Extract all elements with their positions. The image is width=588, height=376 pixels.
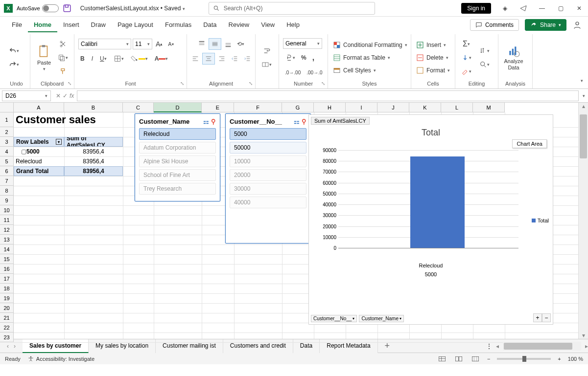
row-header-23[interactable]: 23	[0, 332, 14, 342]
cell[interactable]: 83956,4	[64, 156, 123, 166]
save-icon[interactable]	[63, 4, 71, 13]
wrap-text-button[interactable]	[261, 45, 273, 57]
column-header-M[interactable]: M	[473, 103, 505, 112]
cell[interactable]: Sum of AmtSalesLCY	[64, 137, 123, 147]
underline-button[interactable]: U▾	[98, 53, 109, 65]
slicer-item[interactable]: 50000	[230, 142, 306, 154]
cell[interactable]: Row Labels▾	[14, 137, 64, 147]
column-header-F[interactable]: F	[234, 103, 282, 112]
format-as-table-button[interactable]: Format as Table▾	[332, 53, 391, 63]
chart-plot-area[interactable]: 0100002000030000400005000060000700008000…	[338, 150, 518, 248]
sheet-tab[interactable]: My sales by location	[89, 339, 156, 353]
sheet-nav-next-button[interactable]: ›	[14, 343, 16, 350]
maximize-button[interactable]: ▢	[556, 3, 565, 13]
row-header-1[interactable]: 1	[0, 112, 14, 127]
menu-tab-formulas[interactable]: Formulas	[159, 18, 197, 32]
zoom-in-button[interactable]: +	[558, 356, 561, 362]
chart-bar[interactable]	[410, 156, 464, 248]
slicer-item[interactable]: Trey Research	[139, 183, 216, 195]
menu-tab-file[interactable]: File	[6, 18, 28, 32]
page-layout-view-button[interactable]	[454, 354, 464, 363]
row-header-7[interactable]: 7	[0, 176, 14, 186]
hscroll-right-icon[interactable]: ▸	[585, 343, 588, 350]
cell[interactable]: Customer sales	[14, 112, 123, 127]
zoom-out-button[interactable]: −	[487, 356, 490, 362]
sign-in-button[interactable]: Sign in	[461, 3, 491, 14]
scrollbar-thumb[interactable]	[580, 114, 587, 158]
column-header-I[interactable]: I	[346, 103, 377, 112]
chart-collapse-button[interactable]: −	[542, 313, 551, 322]
sheet-tabs-menu-button[interactable]: ⋮	[482, 343, 496, 350]
chart-legend[interactable]: Total	[532, 218, 549, 223]
zoom-level[interactable]: 100 %	[568, 356, 583, 362]
row-header-22[interactable]: 22	[0, 323, 14, 332]
font-launcher[interactable]: ⤡	[179, 80, 186, 87]
minimize-button[interactable]: —	[537, 3, 547, 13]
chart-expand-button[interactable]: +	[533, 313, 542, 322]
row-header-17[interactable]: 17	[0, 274, 14, 284]
insert-cells-button[interactable]: Insert▾	[415, 40, 447, 50]
toggle-icon[interactable]	[42, 4, 59, 12]
column-header-A[interactable]: A	[14, 103, 64, 112]
fill-button[interactable]: ▾	[459, 52, 473, 64]
chart-title[interactable]: Total	[309, 128, 553, 138]
bold-button[interactable]: B	[78, 53, 87, 65]
row-header-11[interactable]: 11	[0, 215, 14, 225]
accessibility-status[interactable]: Accessibility: Investigate	[27, 355, 94, 362]
increase-indent-button[interactable]	[241, 53, 253, 65]
slicer-item[interactable]: 5000	[230, 128, 306, 140]
format-painter-button[interactable]	[57, 66, 69, 77]
ribbon-display-icon[interactable]	[518, 3, 528, 13]
clear-filter-icon[interactable]: ⚲	[211, 118, 216, 125]
find-select-button[interactable]: ▾	[477, 59, 492, 70]
row-header-16[interactable]: 16	[0, 264, 14, 274]
menu-tab-data[interactable]: Data	[197, 18, 222, 32]
expand-formula-bar-button[interactable]: ▾	[583, 93, 585, 98]
row-header-20[interactable]: 20	[0, 303, 14, 313]
undo-button[interactable]: ▾	[7, 45, 21, 57]
autosave-toggle[interactable]: AutoSave	[17, 4, 59, 12]
multiselect-icon[interactable]: ⚏	[203, 118, 209, 125]
font-size-select[interactable]: 11▾	[133, 39, 152, 49]
sheet-tab[interactable]: Sales by customer	[23, 339, 89, 353]
sort-filter-button[interactable]: ▾	[477, 45, 492, 57]
document-title[interactable]: CustomerSalesListLayout.xlsx • Saved ▾	[80, 5, 185, 12]
horizontal-scrollbar[interactable]	[503, 342, 581, 351]
close-button[interactable]: ✕	[574, 3, 584, 13]
scroll-up-icon[interactable]: ▴	[579, 103, 588, 110]
search-input[interactable]: Search (Alt+Q)	[209, 2, 375, 15]
align-middle-button[interactable]	[209, 38, 221, 50]
menu-tab-view[interactable]: View	[255, 18, 281, 32]
delete-cells-button[interactable]: Delete▾	[415, 53, 449, 63]
sheet-tab[interactable]: Data	[293, 339, 320, 353]
slicer-item[interactable]: 40000	[230, 197, 306, 208]
percent-button[interactable]: %	[299, 52, 308, 64]
align-top-button[interactable]	[196, 38, 208, 50]
align-center-button[interactable]	[202, 53, 215, 65]
slicer-item[interactable]: School of Fine Art	[139, 169, 216, 181]
spreadsheet-grid[interactable]: ABCDEFGHIJKLM 12345678910111213141516171…	[0, 103, 588, 339]
number-launcher[interactable]: ⤡	[320, 80, 327, 87]
normal-view-button[interactable]	[437, 354, 447, 363]
page-break-view-button[interactable]	[470, 354, 480, 363]
cell-styles-button[interactable]: Cell Styles▾	[332, 66, 377, 75]
column-header-G[interactable]: G	[282, 103, 314, 112]
column-header-L[interactable]: L	[441, 103, 473, 112]
cell[interactable]: ▢5000	[14, 147, 64, 156]
slicer-customer-name[interactable]: Customer_Name ⚏ ⚲ RelecloudAdatum Corpor…	[135, 113, 220, 201]
row-header-10[interactable]: 10	[0, 205, 14, 215]
multiselect-icon[interactable]: ⚏	[294, 118, 300, 125]
clear-filter-icon[interactable]: ⚲	[302, 118, 306, 125]
font-name-select[interactable]: Calibri▾	[78, 39, 131, 49]
row-header-3[interactable]: 3	[0, 137, 14, 147]
formula-bar[interactable]	[77, 90, 579, 101]
row-header-13[interactable]: 13	[0, 235, 14, 244]
column-header-J[interactable]: J	[377, 103, 409, 112]
clear-button[interactable]: ▾	[459, 66, 473, 77]
cell[interactable]: Relecloud	[14, 156, 64, 166]
diamond-icon[interactable]: ◈	[500, 3, 510, 13]
column-header-H[interactable]: H	[314, 103, 346, 112]
name-box[interactable]: D26▾	[2, 90, 51, 101]
menu-tab-home[interactable]: Home	[28, 18, 57, 32]
row-header-2[interactable]: 2	[0, 127, 14, 137]
